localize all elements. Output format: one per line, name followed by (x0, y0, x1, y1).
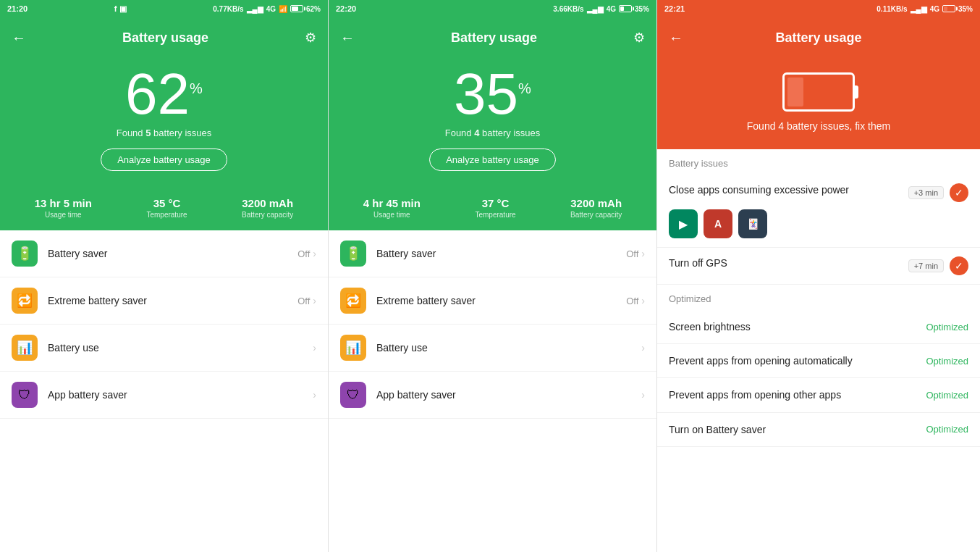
menu-battery-saver-2[interactable]: 🔋 Battery saver Off › (329, 230, 656, 277)
back-icon-2[interactable]: ← (340, 30, 355, 46)
time-2: 22:20 (336, 4, 356, 13)
battery-pct-1: 62% (306, 5, 321, 13)
menu-extreme-saver-1[interactable]: 🔁 Extreme battery saver Off › (0, 277, 328, 325)
signal-icon-2: ▂▄▆ (587, 5, 604, 13)
menu-battery-use-1[interactable]: 📊 Battery use › (0, 325, 328, 372)
issues-section: Battery issues Close apps consuming exce… (657, 149, 980, 552)
header-2: ← Battery usage ⚙ (329, 17, 656, 58)
app-icons-row: ▶ A 🃏 (669, 209, 968, 238)
issue-close-apps[interactable]: Close apps consuming excessive power +3 … (657, 175, 980, 248)
menu-app-battery-1[interactable]: 🛡 App battery saver › (0, 372, 328, 419)
settings-icon-2[interactable]: ⚙ (633, 30, 645, 46)
optimized-screen-brightness[interactable]: Screen brightness Optimized (657, 310, 980, 344)
battery-saver-label-1: Battery saver (48, 248, 297, 259)
extreme-saver-label-2: Extreme battery saver (376, 295, 626, 306)
issue-close-apps-right: +3 min ✓ (908, 183, 968, 202)
stat-capacity-1: 3200 mAh Battery capacity (242, 197, 293, 219)
battery-use-right-1: › (313, 342, 316, 354)
optimized-prevent-opening[interactable]: Prevent apps from opening automatically … (657, 344, 980, 378)
optimized-prevent-other-apps[interactable]: Prevent apps from opening other apps Opt… (657, 378, 980, 412)
app-battery-icon-2: 🛡 (340, 382, 366, 408)
time-badge-0: +3 min (908, 186, 944, 199)
check-circle-1[interactable]: ✓ (950, 256, 968, 275)
status-bar-2: 22:20 3.66KB/s ▂▄▆ 4G 35% (329, 0, 656, 17)
prevent-other-apps-status: Optimized (926, 390, 968, 401)
speed-1: 0.77KB/s (213, 5, 243, 13)
status-bar-1: 21:20 f ▣ 0.77KB/s ▂▄▆ 4G 📶 62% (0, 0, 328, 17)
battery-use-icon-1: 📊 (12, 335, 38, 361)
screen-brightness-label: Screen brightness (669, 320, 926, 333)
issue-close-apps-title: Close apps consuming excessive power (669, 183, 908, 196)
menu-battery-use-2[interactable]: 📊 Battery use › (329, 325, 656, 372)
optimized-header: Optimized (657, 285, 980, 310)
extreme-saver-right-2: Off › (626, 295, 645, 306)
battery-issues-1: Found 5 battery issues (117, 127, 212, 138)
signal-icon-3: ▂▄▆ (911, 5, 927, 13)
menu-extreme-saver-2[interactable]: 🔁 Extreme battery saver Off › (329, 277, 656, 325)
status-right-1: 0.77KB/s ▂▄▆ 4G 📶 62% (213, 5, 321, 13)
network-3: 4G (930, 5, 939, 13)
stats-row-2: 4 hr 45 min Usage time 37 °C Temperature… (329, 185, 656, 230)
analyze-button-1[interactable]: Analyze battery usage (101, 149, 227, 171)
battery-display-1: 62% Found 5 battery issues Analyze batte… (0, 58, 328, 185)
header-3: ← Battery usage (657, 17, 980, 58)
panel-1: 21:20 f ▣ 0.77KB/s ▂▄▆ 4G 📶 62% ← Batter… (0, 0, 329, 552)
analyze-button-2[interactable]: Analyze battery usage (429, 149, 556, 171)
menu-battery-saver-1[interactable]: 🔋 Battery saver Off › (0, 230, 328, 277)
battery-use-label-1: Battery use (48, 342, 313, 354)
battery-use-right-2: › (641, 342, 645, 354)
menu-section-2: 🔋 Battery saver Off › 🔁 Extreme battery … (329, 230, 656, 552)
app-icon-asphalt: A (704, 209, 732, 238)
app-battery-label-2: App battery saver (376, 389, 641, 401)
battery-use-icon-2: 📊 (340, 335, 366, 361)
orange-issues-text: Found 4 battery issues, fix them (747, 120, 890, 132)
speed-3: 0.11KB/s (876, 5, 907, 13)
panel-3: 22:21 0.11KB/s ▂▄▆ 4G 35% ← Battery usag… (657, 0, 980, 552)
wifi-icon-1: 📶 (279, 5, 287, 13)
issue-turn-off-gps[interactable]: Turn off GPS +7 min ✓ (657, 248, 980, 285)
issue-gps-title: Turn off GPS (669, 256, 908, 269)
settings-icon-1[interactable]: ⚙ (305, 30, 316, 46)
battery-pct-2: 35% (635, 5, 649, 13)
prevent-opening-status: Optimized (926, 356, 968, 367)
battery-icon-sm-3 (942, 5, 955, 12)
battery-saver-icon-1: 🔋 (12, 241, 38, 267)
extreme-saver-icon-1: 🔁 (12, 288, 38, 314)
stats-row-1: 13 hr 5 min Usage time 35 °C Temperature… (0, 185, 328, 230)
battery-saver-opt-label: Turn on Battery saver (669, 423, 926, 436)
check-circle-0[interactable]: ✓ (950, 183, 968, 202)
status-right-2: 3.66KB/s ▂▄▆ 4G 35% (553, 5, 649, 13)
status-bar-3: 22:21 0.11KB/s ▂▄▆ 4G 35% (657, 0, 980, 17)
fb-icon: f ▣ (114, 4, 127, 14)
app-icon-game: 🃏 (738, 209, 767, 238)
extreme-saver-icon-2: 🔁 (340, 288, 366, 314)
stat-capacity-2: 3200 mAh Battery capacity (570, 197, 622, 219)
battery-percent-1: 62% (125, 65, 203, 123)
issue-gps-right: +7 min ✓ (908, 256, 968, 275)
screen-brightness-status: Optimized (926, 322, 968, 333)
app-battery-right-2: › (641, 389, 645, 401)
time-badge-1: +7 min (908, 259, 944, 272)
time-3: 22:21 (664, 4, 685, 13)
battery-icon-large (782, 72, 855, 112)
battery-saver-right-2: Off › (626, 248, 645, 259)
battery-percent-2: 35% (454, 65, 531, 123)
network-2: 4G (607, 5, 616, 13)
panel-2: 22:20 3.66KB/s ▂▄▆ 4G 35% ← Battery usag… (329, 0, 657, 552)
menu-app-battery-2[interactable]: 🛡 App battery saver › (329, 372, 656, 419)
battery-saver-label-2: Battery saver (376, 248, 626, 259)
back-icon-3[interactable]: ← (669, 30, 683, 46)
battery-issues-header: Battery issues (657, 149, 980, 175)
optimized-battery-saver[interactable]: Turn on Battery saver Optimized (657, 413, 980, 447)
header-title-2: Battery usage (451, 30, 537, 46)
back-icon-1[interactable]: ← (12, 30, 26, 46)
battery-issues-2: Found 4 battery issues (445, 127, 541, 138)
app-battery-label-1: App battery saver (48, 389, 313, 401)
battery-use-label-2: Battery use (376, 342, 641, 354)
stat-temp-2: 37 °C Temperature (475, 197, 515, 219)
stat-usage-1: 13 hr 5 min Usage time (35, 197, 92, 219)
header-title-1: Battery usage (122, 30, 208, 46)
battery-display-2: 35% Found 4 battery issues Analyze batte… (329, 58, 656, 185)
stat-temp-1: 35 °C Temperature (146, 197, 187, 219)
app-icon-play: ▶ (669, 209, 698, 238)
